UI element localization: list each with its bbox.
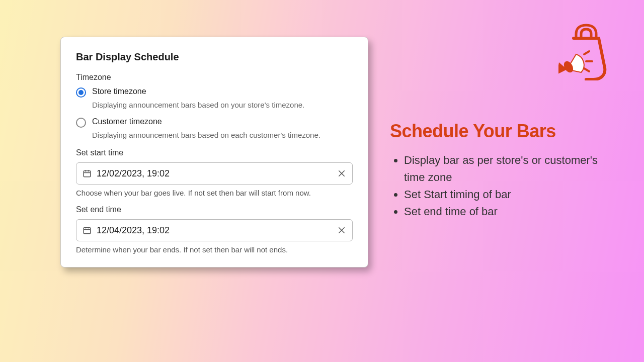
list-item: Set Start timing of bar <box>404 186 616 203</box>
radio-store-label: Store timezone <box>92 87 146 96</box>
end-time-help: Determine when your bar ends. If not set… <box>76 245 353 254</box>
svg-rect-10 <box>84 228 91 234</box>
list-item: Display bar as per store's or customer's… <box>404 152 616 186</box>
end-time-label: Set end time <box>76 205 353 214</box>
list-item: Set end time of bar <box>404 203 616 220</box>
bar-display-schedule-card: Bar Display Schedule Timezone Store time… <box>60 37 368 267</box>
end-time-value: 12/04/2023, 19:02 <box>97 225 337 236</box>
marketing-heading: Schedule Your Bars <box>390 121 616 142</box>
start-time-label: Set start time <box>76 148 353 157</box>
calendar-icon <box>83 226 92 235</box>
svg-line-3 <box>584 68 589 71</box>
start-time-value: 12/02/2023, 19:02 <box>97 168 337 179</box>
radio-store-desc: Displaying announcement bars based on yo… <box>92 100 353 110</box>
radio-customer-label: Customer timezone <box>92 117 162 126</box>
start-time-help: Choose when your bar goes live. If not s… <box>76 189 353 197</box>
marketing-bullets: Display bar as per store's or customer's… <box>390 152 616 220</box>
timezone-label: Timezone <box>76 73 353 82</box>
card-title: Bar Display Schedule <box>76 51 353 63</box>
end-time-group: Set end time 12/04/2023, 19:02 Determine… <box>76 205 353 254</box>
app-logo <box>558 20 614 82</box>
radio-customer-timezone[interactable]: Customer timezone <box>76 117 353 128</box>
svg-line-1 <box>584 51 589 54</box>
marketing-copy: Schedule Your Bars Display bar as per st… <box>390 121 616 220</box>
radio-selected-icon <box>76 87 86 98</box>
start-time-input[interactable]: 12/02/2023, 19:02 <box>76 162 353 185</box>
radio-customer-desc: Displaying announcement bars based on ea… <box>92 130 353 140</box>
clear-icon[interactable] <box>337 169 346 178</box>
end-time-input[interactable]: 12/04/2023, 19:02 <box>76 219 353 241</box>
page-background: Bar Display Schedule Timezone Store time… <box>0 0 644 362</box>
radio-unselected-icon <box>76 118 86 128</box>
radio-store-timezone[interactable]: Store timezone <box>76 87 353 98</box>
start-time-group: Set start time 12/02/2023, 19:02 Choose … <box>76 148 353 197</box>
svg-rect-4 <box>84 171 91 177</box>
calendar-icon <box>83 169 92 178</box>
clear-icon[interactable] <box>337 226 346 235</box>
